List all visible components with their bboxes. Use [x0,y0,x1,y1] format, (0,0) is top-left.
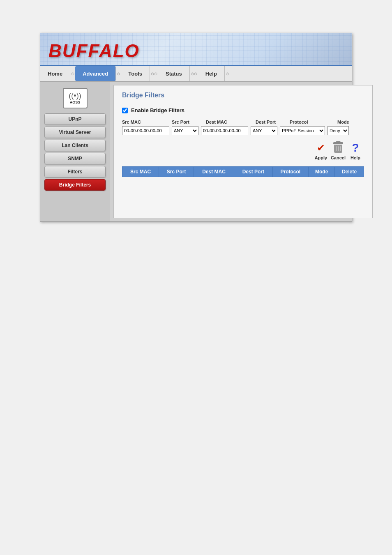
nav-status[interactable]: Status [158,66,190,81]
col-header-mode: Mode [337,120,364,124]
cancel-label: Cancel [331,155,346,160]
page-title: Bridge Filters [122,92,364,101]
trash-handle [336,141,341,143]
sidebar-btn-upnp[interactable]: UPnP [44,113,106,125]
nav-advanced[interactable]: Advanced [75,66,116,81]
col-header-src-port: Src Port [172,120,198,124]
content-area: ((•)) AOSS UPnP Virtual Server Lan Clien… [40,82,352,221]
trash-line-1 [336,146,337,151]
trash-line-3 [340,146,341,151]
protocol-select[interactable]: PPPoE Session PPPoE Discovery IP ARP [280,126,325,135]
trash-icon [332,141,344,154]
header-banner: BUFFALO [40,33,352,66]
src-mac-input[interactable] [122,126,169,135]
dest-mac-input[interactable] [201,126,248,135]
col-header-dest-port: Dest Port [256,120,282,124]
aoss-waves: ((•)) [69,92,81,99]
aoss-text: AOSS [70,100,81,104]
nav-home[interactable]: Home [40,66,70,81]
table-col-dest-port: Dest Port [234,167,273,177]
sidebar-btn-filters[interactable]: Filters [44,166,106,177]
trash-body [334,145,342,153]
filter-headers: Src MAC Src Port Dest MAC Dest Port Prot… [122,120,364,124]
sidebar-btn-lan-clients[interactable]: Lan Clients [44,140,106,151]
filter-form: Src MAC Src Port Dest MAC Dest Port Prot… [122,120,364,135]
main-panel: Bridge Filters Enable Bridge Filters Src… [113,85,373,218]
src-port-select[interactable]: ANY FTP HTTP [172,126,198,135]
nav-sep-1: ⊙ [70,71,75,76]
dest-port-select[interactable]: ANY FTP HTTP [251,126,277,135]
cancel-icon [332,141,345,154]
col-header-src-mac: Src MAC [122,120,169,124]
table-col-src-mac: Src MAC [122,167,159,177]
filter-inputs: ANY FTP HTTP ANY FTP HTTP PPPoE Session [122,126,364,135]
table-col-src-port: Src Port [159,167,194,177]
aoss-icon[interactable]: ((•)) AOSS [63,88,88,108]
table-col-mode: Mode [309,167,335,177]
apply-icon: ✔ [314,141,327,154]
enable-bridge-filters-label: Enable Bridge Filters [131,107,184,113]
nav-bar: Home ⊙ Advanced ⊙ Tools ⊙⊙ Status ⊙⊙ Hel… [40,66,352,82]
help-icon: ? [349,141,362,154]
nav-sep-5: ⊙ [225,71,230,76]
sidebar-btn-virtual-server[interactable]: Virtual Server [44,127,106,138]
sidebar: ((•)) AOSS UPnP Virtual Server Lan Clien… [40,82,110,221]
apply-label: Apply [315,155,327,160]
nav-sep-3: ⊙⊙ [150,71,158,76]
buffalo-logo: BUFFALO [48,41,140,61]
filter-table: Src MAC Src Port Dest MAC Dest Port Prot… [122,166,364,177]
nav-sep-4: ⊙⊙ [190,71,198,76]
sidebar-btn-snmp[interactable]: SNMP [44,153,106,164]
cancel-button[interactable]: Cancel [331,141,346,160]
help-label: Help [350,155,360,160]
apply-button[interactable]: ✔ Apply [314,141,327,160]
enable-bridge-filters-checkbox[interactable] [122,108,128,113]
table-col-dest-mac: Dest MAC [194,167,234,177]
nav-tools[interactable]: Tools [121,66,150,81]
table-col-delete: Delete [335,167,364,177]
col-header-dest-mac: Dest MAC [206,120,253,124]
nav-sep-2: ⊙ [116,71,121,76]
nav-help[interactable]: Help [198,66,225,81]
trash-line-2 [338,146,339,151]
mode-select[interactable]: Deny Allow [327,126,349,135]
col-header-protocol: Protocol [290,120,335,124]
enable-row: Enable Bridge Filters [122,107,364,113]
action-buttons: ✔ Apply [122,141,364,160]
help-button[interactable]: ? Help [349,141,362,160]
sidebar-btn-bridge-filters[interactable]: Bridge Filters [44,179,106,191]
table-col-protocol: Protocol [272,167,308,177]
